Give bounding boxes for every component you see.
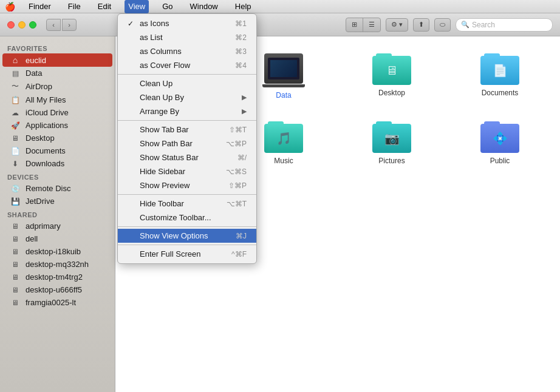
folder-icon-music: 🎵 bbox=[264, 121, 303, 153]
menubar-finder[interactable]: Finder bbox=[25, 0, 55, 13]
sidebar: Favorites ⌂ euclid ▤ Data 〜 AirDrop 📋 Al… bbox=[0, 36, 115, 392]
folder-desktop[interactable]: 🖥 Desktop bbox=[344, 49, 440, 104]
sidebar-item-all-my-files[interactable]: 📋 All My Files bbox=[2, 93, 112, 106]
menu-item-hide-sidebar[interactable]: Hide Sidebar ⌥⌘S bbox=[118, 164, 256, 178]
menu-item-as-list[interactable]: as List ⌘2 bbox=[118, 30, 256, 44]
sidebar-item-documents[interactable]: 📄 Documents bbox=[2, 144, 112, 157]
folder-public[interactable]: 💠 Public bbox=[452, 117, 548, 170]
shared-label: Shared bbox=[0, 208, 115, 220]
menu-item-as-cover-flow[interactable]: as Cover Flow ⌘4 bbox=[118, 58, 256, 72]
sidebar-dell-label: dell bbox=[26, 234, 38, 243]
menu-item-hide-toolbar[interactable]: Hide Toolbar ⌥⌘T bbox=[118, 197, 256, 211]
sidebar-item-adprimary[interactable]: 🖥 adprimary bbox=[2, 220, 112, 232]
separator-1 bbox=[118, 74, 256, 75]
menu-item-show-status-bar[interactable]: Show Status Bar ⌘/ bbox=[118, 150, 256, 164]
forward-button[interactable]: › bbox=[62, 19, 77, 31]
sidebar-item-desktop-i18kuib[interactable]: 🖥 desktop-i18kuib bbox=[2, 245, 112, 258]
menu-item-clean-up-by[interactable]: Clean Up By ▶ bbox=[118, 90, 256, 104]
monitor-icon: 🖥 bbox=[10, 260, 21, 269]
folder-icon-desktop: 🖥 bbox=[372, 53, 411, 85]
sidebar-item-data[interactable]: ▤ Data bbox=[2, 67, 112, 79]
sidebar-item-desktop[interactable]: 🖥 Desktop bbox=[2, 132, 112, 144]
menu-item-show-path-bar[interactable]: Show Path Bar ⌥⌘P bbox=[118, 137, 256, 150]
action-button[interactable]: ⚙ ▾ bbox=[386, 18, 408, 32]
shortcut-as-list: ⌘2 bbox=[235, 33, 247, 42]
menu-label-as-cover-flow: as Cover Flow bbox=[140, 61, 190, 70]
sidebar-remote-disc-label: Remote Disc bbox=[26, 184, 70, 193]
toolbar-right: ⊞ ☰ ⚙ ▾ ⬆ ⬭ 🔍 Search bbox=[346, 18, 553, 32]
menubar-window[interactable]: Window bbox=[186, 0, 222, 13]
menubar-edit[interactable]: Edit bbox=[94, 0, 115, 13]
sidebar-desktop-mq332nh-label: desktop-mq332nh bbox=[26, 260, 89, 269]
menu-item-as-columns[interactable]: as Columns ⌘3 bbox=[118, 44, 256, 58]
folder-documents[interactable]: 📄 Documents bbox=[452, 49, 548, 104]
menu-item-arrange-by[interactable]: Arrange By ▶ bbox=[118, 104, 256, 118]
sidebar-item-framgia0025-lt[interactable]: 🖥 framgia0025-lt bbox=[2, 296, 112, 309]
desktop-icon: 🖥 bbox=[10, 134, 21, 143]
menubar-view[interactable]: View bbox=[125, 0, 149, 13]
sidebar-item-jetdrive[interactable]: 💾 JetDrive bbox=[2, 195, 112, 208]
sidebar-item-euclid[interactable]: ⌂ euclid bbox=[2, 53, 112, 67]
sidebar-item-applications[interactable]: 🚀 Applications bbox=[2, 119, 112, 132]
shortcut-show-view-options: ⌘J bbox=[236, 232, 247, 240]
folder-label-desktop: Desktop bbox=[378, 89, 405, 97]
menu-label-clean-up-by: Clean Up By bbox=[140, 93, 184, 102]
monitor-icon: 🖥 bbox=[10, 235, 21, 243]
sidebar-applications-label: Applications bbox=[26, 121, 68, 130]
menu-item-enter-full-screen[interactable]: Enter Full Screen ^⌘F bbox=[118, 247, 256, 261]
menu-label-show-status-bar: Show Status Bar bbox=[140, 153, 199, 162]
sidebar-item-desktop-tm4trg2[interactable]: 🖥 desktop-tm4trg2 bbox=[2, 271, 112, 283]
disc-icon: 💿 bbox=[10, 184, 21, 193]
menu-item-show-view-options[interactable]: Show View Options ⌘J bbox=[118, 229, 256, 243]
list-view-btn[interactable]: ☰ bbox=[363, 18, 380, 32]
search-placeholder: Search bbox=[472, 21, 495, 29]
folder-pictures[interactable]: 📷 Pictures bbox=[344, 117, 440, 170]
separator-4 bbox=[118, 226, 256, 227]
sidebar-item-downloads[interactable]: ⬇ Downloads bbox=[2, 157, 112, 170]
share-button[interactable]: ⬆ bbox=[413, 18, 429, 32]
apple-menu[interactable]: 🍎 bbox=[5, 2, 15, 12]
menubar-go[interactable]: Go bbox=[159, 0, 176, 13]
tag-button[interactable]: ⬭ bbox=[434, 18, 451, 32]
maximize-button[interactable] bbox=[29, 21, 36, 29]
sidebar-airdrop-label: AirDrop bbox=[26, 82, 52, 91]
menubar-file[interactable]: File bbox=[64, 0, 84, 13]
menu-item-customize-toolbar[interactable]: Customize Toolbar... bbox=[118, 211, 256, 225]
content-area: Favorites ⌂ euclid ▤ Data 〜 AirDrop 📋 Al… bbox=[0, 36, 560, 392]
icon-view-btn[interactable]: ⊞ bbox=[346, 18, 363, 32]
sidebar-item-desktop-mq332nh[interactable]: 🖥 desktop-mq332nh bbox=[2, 258, 112, 271]
sidebar-desktop-i18kuib-label: desktop-i18kuib bbox=[26, 247, 81, 256]
menu-label-show-view-options: Show View Options bbox=[140, 231, 208, 240]
menu-item-show-tab-bar[interactable]: Show Tab Bar ⇧⌘T bbox=[118, 123, 256, 137]
view-menu: ✓ as Icons ⌘1 as List ⌘2 as Columns ⌘3 a… bbox=[117, 13, 257, 264]
sidebar-item-dell[interactable]: 🖥 dell bbox=[2, 232, 112, 245]
sidebar-item-icloud[interactable]: ☁ iCloud Drive bbox=[2, 106, 112, 119]
gear-icon: ⚙ bbox=[391, 21, 397, 29]
folder-label-data: Data bbox=[276, 91, 291, 100]
sidebar-desktop-label: Desktop bbox=[26, 133, 55, 143]
menu-item-show-preview[interactable]: Show Preview ⇧⌘P bbox=[118, 178, 256, 192]
sidebar-desktop-u666ff5-label: desktop-u666ff5 bbox=[26, 285, 82, 294]
folder-label-public: Public bbox=[490, 157, 510, 165]
menubar-help[interactable]: Help bbox=[231, 0, 255, 13]
folder-icon-public: 💠 bbox=[480, 121, 519, 153]
nav-buttons: ‹ › bbox=[46, 19, 77, 31]
menu-label-show-tab-bar: Show Tab Bar bbox=[140, 125, 189, 134]
search-box[interactable]: 🔍 Search bbox=[456, 18, 553, 32]
close-button[interactable] bbox=[7, 21, 15, 29]
sidebar-item-remote-disc[interactable]: 💿 Remote Disc bbox=[2, 182, 112, 195]
menu-item-clean-up[interactable]: Clean Up bbox=[118, 76, 256, 90]
separator-5 bbox=[118, 245, 256, 245]
minimize-button[interactable] bbox=[18, 21, 26, 29]
folder-label-documents: Documents bbox=[482, 89, 519, 97]
favorites-label: Favorites bbox=[0, 41, 115, 53]
menu-item-as-icons[interactable]: ✓ as Icons ⌘1 bbox=[118, 16, 256, 30]
sidebar-euclid-label: euclid bbox=[26, 56, 46, 65]
share-icon: ⬆ bbox=[418, 21, 424, 29]
folder-icon-pictures: 📷 bbox=[372, 121, 411, 153]
sidebar-item-airdrop[interactable]: 〜 AirDrop bbox=[2, 79, 112, 93]
sidebar-desktop-tm4trg2-label: desktop-tm4trg2 bbox=[26, 272, 83, 282]
back-button[interactable]: ‹ bbox=[46, 19, 61, 31]
sidebar-item-desktop-u666ff5[interactable]: 🖥 desktop-u666ff5 bbox=[2, 283, 112, 296]
submenu-arrow: ▶ bbox=[242, 93, 247, 101]
